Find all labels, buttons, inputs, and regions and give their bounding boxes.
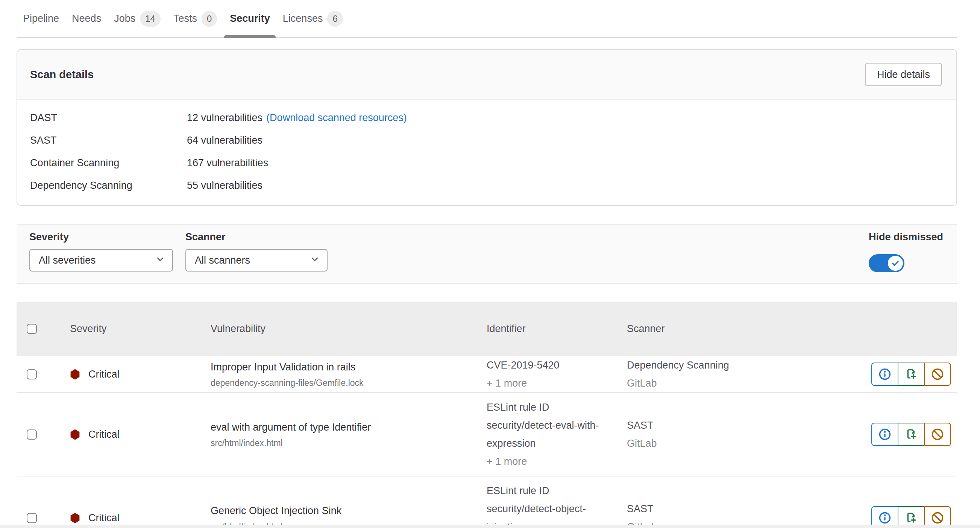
row-checkbox[interactable] xyxy=(27,429,37,440)
row-checkbox[interactable] xyxy=(27,369,37,380)
vulnerability-cell: Improper Input Validation in rails depen… xyxy=(211,361,487,388)
vulnerability-table: Severity Vulnerability Identifier Scanne… xyxy=(16,302,957,528)
hide-dismissed-toggle[interactable] xyxy=(869,254,904,272)
scan-vulnerability-count: 64 vulnerabilities xyxy=(187,135,262,146)
scan-row-dast: DAST 12 vulnerabilities (Download scanne… xyxy=(30,107,943,129)
scan-vulnerability-count: 12 vulnerabilities xyxy=(187,112,262,124)
scan-row-container-scanning: Container Scanning 167 vulnerabilities xyxy=(30,151,943,174)
download-scanned-resources-link[interactable]: (Download scanned resources) xyxy=(266,112,407,124)
create-issue-icon xyxy=(904,367,918,381)
dismiss-vulnerability-icon xyxy=(931,428,944,441)
scanner-filter-dropdown[interactable]: All scanners xyxy=(185,249,328,272)
licenses-count-badge: 6 xyxy=(327,11,343,27)
identifier-value: expression xyxy=(487,434,627,452)
tab-label: Pipeline xyxy=(23,13,59,24)
tab-licenses[interactable]: Licenses 6 xyxy=(277,0,349,37)
tab-tests[interactable]: Tests 0 xyxy=(167,0,223,37)
scanner-filter-value: All scanners xyxy=(195,254,250,266)
table-row: Critical eval with argument of type Iden… xyxy=(16,393,957,477)
tab-label: Jobs xyxy=(114,13,135,24)
dismiss-vulnerability-icon xyxy=(931,367,944,381)
scanner-cell: Dependency Scanning GitLab xyxy=(627,356,870,392)
tab-pipeline[interactable]: Pipeline xyxy=(16,0,65,37)
column-header-severity: Severity xyxy=(70,323,211,335)
identifier-value: CVE-2019-5420 xyxy=(487,356,627,374)
chevron-down-icon xyxy=(310,254,319,266)
scan-details-header: Scan details Hide details xyxy=(17,50,956,100)
scan-details-card: Scan details Hide details DAST 12 vulner… xyxy=(16,49,957,206)
severity-filter-value: All severities xyxy=(39,254,96,266)
identifier-more-link[interactable]: + 1 more xyxy=(487,374,627,392)
info-icon xyxy=(878,428,892,441)
severity-label: Critical xyxy=(88,369,119,380)
more-info-button[interactable] xyxy=(871,423,898,446)
critical-severity-icon xyxy=(70,429,80,440)
vulnerability-title[interactable]: Improper Input Validation in rails xyxy=(211,361,469,374)
row-actions xyxy=(870,423,957,446)
column-header-identifier: Identifier xyxy=(487,323,627,335)
tab-security[interactable]: Security xyxy=(223,0,277,37)
scanner-name: Dependency Scanning xyxy=(627,356,870,374)
create-issue-button[interactable] xyxy=(898,423,925,446)
scanner-cell: SAST GitLab xyxy=(627,500,870,528)
info-icon xyxy=(878,367,892,381)
identifier-cell: CVE-2019-5420 + 1 more xyxy=(487,356,627,392)
scanner-filter: Scanner All scanners xyxy=(185,231,328,272)
dismiss-vulnerability-button[interactable] xyxy=(924,423,951,446)
identifier-cell: ESLint rule ID security/detect-object- i… xyxy=(487,482,627,528)
tests-count-badge: 0 xyxy=(202,11,217,27)
scan-row-sast: SAST 64 vulnerabilities xyxy=(30,129,943,151)
scan-type-label: Dependency Scanning xyxy=(30,180,187,191)
severity-cell: Critical xyxy=(70,429,211,441)
scan-details-title: Scan details xyxy=(30,68,94,81)
tab-needs[interactable]: Needs xyxy=(65,0,108,37)
tab-label: Security xyxy=(230,13,270,24)
scan-type-label: Container Scanning xyxy=(30,157,187,169)
table-row: Critical Improper Input Validation in ra… xyxy=(16,356,957,393)
vulnerability-title[interactable]: eval with argument of type Identifier xyxy=(211,421,469,434)
column-header-vulnerability: Vulnerability xyxy=(211,323,487,335)
scan-vulnerability-count: 55 vulnerabilities xyxy=(187,180,262,191)
scanner-name: SAST xyxy=(627,500,870,518)
row-checkbox[interactable] xyxy=(27,513,37,523)
table-header-row: Severity Vulnerability Identifier Scanne… xyxy=(16,302,957,356)
scan-row-dependency-scanning: Dependency Scanning 55 vulnerabilities xyxy=(30,174,943,197)
table-row: Critical Generic Object Injection Sink s… xyxy=(16,477,957,528)
identifier-value: security/detect-eval-with- xyxy=(487,416,627,434)
severity-filter-dropdown[interactable]: All severities xyxy=(29,249,173,272)
vulnerability-title[interactable]: Generic Object Injection Sink xyxy=(211,504,469,517)
viewport-cutoff-strip xyxy=(0,525,980,528)
pipeline-tab-bar: Pipeline Needs Jobs 14 Tests 0 Security … xyxy=(16,0,957,38)
dismiss-vulnerability-icon xyxy=(931,511,944,525)
tab-label: Licenses xyxy=(283,13,323,24)
row-actions xyxy=(870,363,957,386)
scanner-vendor: GitLab xyxy=(627,374,870,392)
severity-filter: Severity All severities xyxy=(29,231,173,272)
select-all-checkbox[interactable] xyxy=(27,324,37,334)
severity-cell: Critical xyxy=(70,369,211,380)
vulnerability-location: src/html/index.html xyxy=(211,438,469,448)
column-header-scanner: Scanner xyxy=(627,323,870,335)
severity-cell: Critical xyxy=(70,512,211,524)
dismiss-vulnerability-button[interactable] xyxy=(924,363,951,386)
jobs-count-badge: 14 xyxy=(140,11,161,27)
chevron-down-icon xyxy=(156,254,165,266)
hide-details-button[interactable]: Hide details xyxy=(865,63,942,86)
identifier-more-link[interactable]: + 1 more xyxy=(487,452,627,471)
identifier-value: ESLint rule ID xyxy=(487,482,627,500)
create-issue-icon xyxy=(904,428,918,441)
severity-label: Critical xyxy=(88,429,119,441)
vulnerability-cell: eval with argument of type Identifier sr… xyxy=(211,421,487,448)
tab-jobs[interactable]: Jobs 14 xyxy=(108,0,167,37)
vulnerability-filter-bar: Severity All severities Scanner All scan… xyxy=(16,224,957,283)
critical-severity-icon xyxy=(70,369,80,380)
hide-dismissed-filter: Hide dismissed xyxy=(869,231,943,272)
critical-severity-icon xyxy=(70,512,80,523)
scan-details-body: DAST 12 vulnerabilities (Download scanne… xyxy=(17,100,956,205)
scanner-cell: SAST GitLab xyxy=(627,416,870,452)
create-issue-button[interactable] xyxy=(898,363,925,386)
more-info-button[interactable] xyxy=(871,363,898,386)
scanner-name: SAST xyxy=(627,416,870,434)
scan-type-label: DAST xyxy=(30,112,187,124)
scan-vulnerability-count: 167 vulnerabilities xyxy=(187,157,268,169)
